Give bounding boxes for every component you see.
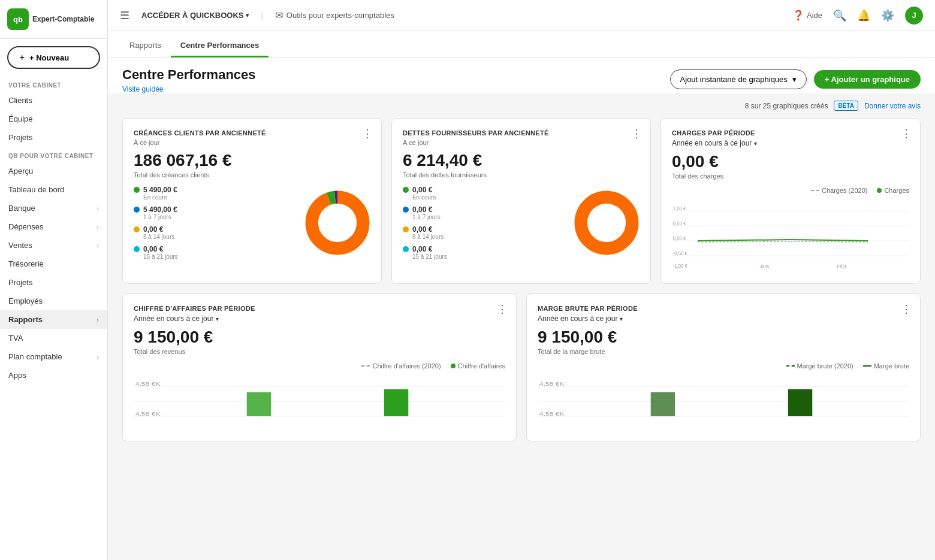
section-label-qb: QB POUR VOTRE CABINET xyxy=(0,147,107,162)
legend-dot-cyan xyxy=(403,246,409,252)
new-button[interactable]: ＋ + Nouveau xyxy=(7,46,100,69)
dot-green-icon xyxy=(451,364,456,368)
svg-rect-36 xyxy=(651,392,675,416)
page-header-actions: Ajout instantané de graphiques ▾ + Ajout… xyxy=(670,69,921,89)
page-title: Centre Performances xyxy=(122,67,256,83)
sidebar-item-rapports[interactable]: Rapports › xyxy=(0,310,107,329)
svg-text:4,58 €K: 4,58 €K xyxy=(135,381,161,387)
tab-rapports[interactable]: Rapports xyxy=(120,35,171,57)
sidebar-item-tresorerie[interactable]: Trésorerie xyxy=(0,255,107,273)
section-label-cabinet: VOTRE CABINET xyxy=(0,76,107,91)
tabs-bar: Rapports Centre Performances xyxy=(108,31,935,57)
ca-bar-chart: 4,58 €K 4,58 €K xyxy=(134,374,505,428)
sidebar-item-depenses[interactable]: Dépenses › xyxy=(0,217,107,236)
mb-period-selector[interactable]: Année en cours à ce jour ▾ xyxy=(538,314,909,323)
plus-icon: ＋ xyxy=(18,52,26,63)
mail-icon: ✉ xyxy=(275,10,283,21)
chevron-down-icon: ▾ xyxy=(246,12,249,19)
svg-text:-0,50 €: -0,50 € xyxy=(673,250,687,256)
settings-icon[interactable]: ⚙️ xyxy=(881,9,894,22)
mb-bar-chart: 4,58 €K 4,58 €K xyxy=(538,374,909,428)
mb-legend-2020: Marge brute (2020) xyxy=(786,362,853,370)
charges-chart-legend: Charges (2020) Charges xyxy=(672,187,909,194)
hamburger-icon[interactable]: ☰ xyxy=(120,9,129,22)
sidebar-item-equipe[interactable]: Équipe xyxy=(0,110,107,128)
card-menu-icon-ca[interactable]: ⋮ xyxy=(497,302,508,316)
svg-point-8 xyxy=(588,204,625,241)
legend-item-en-cours: 5 490,00 € En cours xyxy=(134,186,295,201)
charges-period-selector[interactable]: Année en cours à ce jour ▾ xyxy=(672,139,909,147)
sidebar-item-banque[interactable]: Banque › xyxy=(0,199,107,217)
card-menu-icon-charges[interactable]: ⋮ xyxy=(901,127,912,140)
charges-amount: 0,00 € xyxy=(672,152,909,171)
top-navigation: ☰ ACCÉDER À QUICKBOOKS ▾ | ✉ Outils pour… xyxy=(108,0,935,31)
card-menu-icon-creances[interactable]: ⋮ xyxy=(362,127,373,140)
mb-amount-label: Total de la marge brute xyxy=(538,348,909,355)
chevron-right-icon: › xyxy=(96,223,99,231)
aide-button[interactable]: ❓ Aide xyxy=(792,10,822,21)
topnav-right-actions: ❓ Aide 🔍 🔔 ⚙️ J xyxy=(792,7,923,25)
card-chiffre-affaires: ⋮ CHIFFRE D'AFFAIRES PAR PÉRIODE Année e… xyxy=(122,293,517,441)
svg-point-5 xyxy=(319,204,355,241)
sidebar-item-projets[interactable]: Projets xyxy=(0,273,107,292)
visite-guidee-link[interactable]: Visite guidée xyxy=(122,85,164,93)
snapshot-button[interactable]: Ajout instantané de graphiques ▾ xyxy=(670,69,807,89)
svg-rect-30 xyxy=(384,389,408,416)
sidebar-item-tableau-de-bord[interactable]: Tableau de bord xyxy=(0,180,107,199)
sidebar-item-projets-cabinet[interactable]: Projets xyxy=(0,128,107,147)
legend-dot-green xyxy=(403,187,409,193)
svg-text:0,00 €: 0,00 € xyxy=(673,235,686,241)
main-content: ☰ ACCÉDER À QUICKBOOKS ▾ | ✉ Outils pour… xyxy=(108,0,935,560)
card-creances: ⋮ CRÉANCES CLIENTS PAR ANCIENNETÉ À ce j… xyxy=(122,118,382,284)
sidebar-item-ventes[interactable]: Ventes › xyxy=(0,236,107,255)
creances-body: 5 490,00 € En cours 5 490,00 € 1 à 7 jou… xyxy=(134,186,370,260)
sidebar-item-clients[interactable]: Clients xyxy=(0,91,107,110)
sidebar-item-plan-comptable[interactable]: Plan comptable › xyxy=(0,347,107,366)
sidebar-item-apps[interactable]: Apps xyxy=(0,366,107,385)
dot-green-icon xyxy=(877,188,882,193)
chevron-down-icon: ▾ xyxy=(216,316,219,322)
donner-avis-link[interactable]: Donner votre avis xyxy=(864,102,921,110)
svg-text:4,58 €K: 4,58 €K xyxy=(135,411,161,417)
chevron-down-icon: ▾ xyxy=(620,316,623,322)
ca-period-selector[interactable]: Année en cours à ce jour ▾ xyxy=(134,314,505,323)
svg-text:Févr.: Févr. xyxy=(837,263,847,270)
card-menu-icon-dettes[interactable]: ⋮ xyxy=(631,127,642,140)
dettes-legend-1-7: 0,00 € 1 à 7 jours xyxy=(403,205,564,220)
svg-line-19 xyxy=(791,240,868,241)
cards-row-1: ⋮ CRÉANCES CLIENTS PAR ANCIENNETÉ À ce j… xyxy=(122,118,921,284)
ca-amount: 9 150,00 € xyxy=(134,328,505,347)
page-header: Centre Performances Visite guidée Ajout … xyxy=(108,57,935,93)
creances-amount-label: Total des créances clients xyxy=(134,171,370,178)
bell-icon[interactable]: 🔔 xyxy=(857,9,870,22)
search-icon[interactable]: 🔍 xyxy=(833,9,846,22)
user-avatar[interactable]: J xyxy=(905,7,923,25)
help-icon: ❓ xyxy=(792,10,804,21)
mb-title: MARGE BRUTE PAR PÉRIODE xyxy=(538,305,909,312)
charges-amount-label: Total des charges xyxy=(672,172,909,180)
charges-legend-current: Charges xyxy=(877,187,909,194)
sidebar-item-apercu[interactable]: Aperçu xyxy=(0,162,107,180)
quickbooks-menu[interactable]: ACCÉDER À QUICKBOOKS ▾ xyxy=(141,11,249,20)
sidebar-item-tva[interactable]: TVA xyxy=(0,329,107,347)
sidebar-item-employes[interactable]: Employés xyxy=(0,292,107,310)
legend-dot-green xyxy=(134,187,140,193)
card-menu-icon-mb[interactable]: ⋮ xyxy=(901,302,912,316)
chevron-down-icon: ▾ xyxy=(754,140,757,147)
ca-legend-current: Chiffre d'affaires xyxy=(451,362,505,370)
tab-centre-performances[interactable]: Centre Performances xyxy=(171,35,269,57)
solid-line-dark-icon xyxy=(863,365,871,367)
chevron-right-icon: › xyxy=(96,205,99,212)
card-marge-brute: ⋮ MARGE BRUTE PAR PÉRIODE Année en cours… xyxy=(526,293,921,441)
chevron-right-icon: › xyxy=(96,316,99,323)
dettes-legend-15-21: 0,00 € 15 à 21 jours xyxy=(403,245,564,260)
legend-dot-blue xyxy=(134,207,140,213)
svg-line-20 xyxy=(698,241,791,242)
dashed-line-icon xyxy=(361,365,370,367)
dettes-donut-chart xyxy=(574,190,640,256)
svg-text:qb: qb xyxy=(13,15,23,24)
svg-text:4,58 €K: 4,58 €K xyxy=(539,411,565,417)
add-graph-button[interactable]: + Ajouter un graphique xyxy=(814,70,921,89)
tools-menu[interactable]: ✉ Outils pour experts-comptables xyxy=(275,10,394,21)
svg-text:-1,00 €: -1,00 € xyxy=(673,262,687,269)
